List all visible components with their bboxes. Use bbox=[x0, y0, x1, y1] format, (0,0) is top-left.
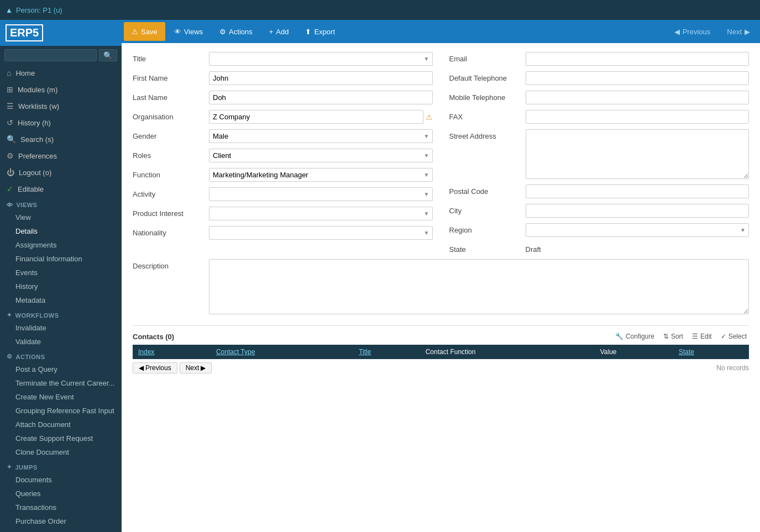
sidebar-view-events[interactable]: Events bbox=[0, 266, 122, 280]
contacts-section: Contacts (0) 🔧 Configure ⇅ Sort ☰ Edit bbox=[133, 325, 749, 377]
function-label: Function bbox=[133, 168, 205, 179]
email-input[interactable] bbox=[526, 52, 749, 66]
form-area: Title ▼ First Name bbox=[122, 43, 760, 532]
street-address-textarea[interactable] bbox=[526, 129, 749, 179]
organisation-warning-icon: ⚠ bbox=[426, 113, 433, 122]
sidebar-action-create-event[interactable]: Create New Event bbox=[0, 390, 122, 404]
col-state[interactable]: State bbox=[673, 345, 749, 359]
sidebar-item-preferences-label: Preferences bbox=[18, 152, 57, 160]
sidebar-view-view[interactable]: View bbox=[0, 210, 122, 224]
sidebar-action-attach-doc[interactable]: Attach Document bbox=[0, 418, 122, 431]
description-textarea[interactable] bbox=[209, 259, 749, 314]
select-button[interactable]: ✓ Select bbox=[719, 331, 749, 341]
sidebar-jump-purchase-packing[interactable]: Purchase Packing List bbox=[0, 528, 122, 532]
sidebar-wf-validate[interactable]: Validate bbox=[0, 335, 122, 349]
sidebar-item-editable[interactable]: ✓ Editable bbox=[0, 181, 122, 197]
gender-select[interactable]: Male Female bbox=[209, 129, 433, 143]
organisation-input[interactable] bbox=[209, 110, 423, 124]
sidebar-item-modules[interactable]: ⊞ Modules (m) bbox=[0, 81, 122, 98]
sort-button[interactable]: ⇅ Sort bbox=[661, 331, 685, 341]
toolbar: ⚠ Save 👁 Views ⚙ Actions + Add ⬆ Export … bbox=[122, 20, 760, 43]
next-button[interactable]: Next ▶ bbox=[719, 22, 758, 41]
firstname-label: First Name bbox=[133, 71, 205, 82]
product-interest-select[interactable] bbox=[209, 207, 433, 220]
sidebar-jump-purchase-order[interactable]: Purchase Order bbox=[0, 514, 122, 528]
sidebar-view-assignments[interactable]: Assignments bbox=[0, 238, 122, 252]
sidebar-item-home[interactable]: ⌂ Home bbox=[0, 65, 122, 81]
state-row: State Draft bbox=[449, 243, 749, 254]
sidebar-action-clone-doc[interactable]: Clone Document bbox=[0, 445, 122, 459]
contacts-actions: 🔧 Configure ⇅ Sort ☰ Edit ✓ bbox=[613, 331, 749, 341]
sidebar-action-create-support[interactable]: Create Support Request bbox=[0, 431, 122, 445]
search-input[interactable] bbox=[4, 49, 97, 61]
nationality-select[interactable] bbox=[209, 226, 433, 240]
sidebar-item-logout[interactable]: ⏻ Logout (o) bbox=[0, 164, 122, 181]
col-contact-type[interactable]: Contact Type bbox=[211, 345, 353, 359]
contacts-pagination: ◀ Previous Next ▶ No records bbox=[133, 359, 749, 377]
roles-select[interactable]: Client bbox=[209, 149, 433, 162]
sidebar-view-history[interactable]: History bbox=[0, 280, 122, 293]
organisation-label: Organisation bbox=[133, 110, 205, 121]
firstname-input[interactable] bbox=[209, 71, 433, 85]
fax-input[interactable] bbox=[526, 110, 749, 124]
jumps-icon: ✦ bbox=[7, 463, 12, 471]
activity-select[interactable] bbox=[209, 187, 433, 201]
function-select[interactable]: Marketing/Marketing Manager bbox=[209, 168, 433, 182]
city-label: City bbox=[449, 204, 521, 215]
sidebar-item-search[interactable]: 🔍 Search (s) bbox=[0, 131, 122, 148]
mobile-telephone-input[interactable] bbox=[526, 91, 749, 104]
firstname-row: First Name bbox=[133, 71, 433, 85]
organisation-wrap: ⚠ bbox=[209, 110, 433, 124]
title-select[interactable] bbox=[209, 52, 433, 66]
sidebar-view-financial[interactable]: Financial Information bbox=[0, 252, 122, 266]
nationality-select-wrap: ▼ bbox=[209, 226, 433, 240]
person-label: Person: P1 (u) bbox=[16, 6, 62, 14]
region-select[interactable] bbox=[526, 223, 749, 237]
col-title[interactable]: Title bbox=[353, 345, 420, 359]
sidebar-jump-queries[interactable]: Queries bbox=[0, 487, 122, 501]
previous-button[interactable]: ◀ Previous bbox=[667, 22, 719, 41]
default-telephone-label: Default Telephone bbox=[449, 71, 521, 82]
sidebar-wf-invalidate[interactable]: Invalidate bbox=[0, 321, 122, 335]
main-layout: ERP5 🔍 ⌂ Home ⊞ Modules (m) ☰ Worklists … bbox=[0, 20, 760, 532]
organisation-row: Organisation ⚠ bbox=[133, 110, 433, 124]
default-telephone-input[interactable] bbox=[526, 71, 749, 85]
nationality-label: Nationality bbox=[133, 226, 205, 237]
next-page-button[interactable]: Next ▶ bbox=[180, 362, 212, 373]
sort-icon: ⇅ bbox=[663, 333, 669, 340]
title-label: Title bbox=[133, 52, 205, 63]
col-contact-function[interactable]: Contact Function bbox=[420, 345, 595, 359]
sidebar-view-metadata[interactable]: Metadata bbox=[0, 293, 122, 307]
roles-label: Roles bbox=[133, 149, 205, 160]
actions-button[interactable]: ⚙ Actions bbox=[212, 22, 260, 41]
worklists-icon: ☰ bbox=[7, 102, 14, 110]
search-button[interactable]: 🔍 bbox=[99, 49, 117, 61]
city-input[interactable] bbox=[526, 204, 749, 218]
sidebar-item-worklists[interactable]: ☰ Worklists (w) bbox=[0, 98, 122, 114]
sidebar-item-history-nav[interactable]: ↺ History (h) bbox=[0, 114, 122, 131]
person-link[interactable]: Person: P1 (u) bbox=[16, 6, 62, 14]
sidebar-action-grouping-ref[interactable]: Grouping Reference Fast Input bbox=[0, 404, 122, 418]
col-value[interactable]: Value bbox=[595, 345, 673, 359]
sidebar-view-details[interactable]: Details bbox=[0, 224, 122, 238]
export-button[interactable]: ⬆ Export bbox=[297, 22, 343, 41]
col-index[interactable]: Index bbox=[133, 345, 211, 359]
views-section-header: 👁 VIEWS bbox=[0, 197, 122, 210]
previous-page-button[interactable]: ◀ Previous bbox=[133, 362, 177, 373]
pagination-buttons: ◀ Previous Next ▶ bbox=[133, 362, 212, 373]
lastname-input[interactable] bbox=[209, 91, 433, 104]
sidebar-jump-documents[interactable]: Documents bbox=[0, 473, 122, 487]
add-button[interactable]: + Add bbox=[261, 22, 297, 41]
views-button[interactable]: 👁 Views bbox=[166, 22, 211, 41]
save-button[interactable]: ⚠ Save bbox=[124, 22, 165, 41]
configure-button[interactable]: 🔧 Configure bbox=[613, 331, 657, 341]
sidebar-jump-transactions[interactable]: Transactions bbox=[0, 501, 122, 514]
sidebar-item-preferences[interactable]: ⚙ Preferences bbox=[0, 148, 122, 164]
sidebar-item-logout-label: Logout (o) bbox=[19, 168, 51, 177]
contacts-table: Index Contact Type Title Contact Functio… bbox=[133, 345, 749, 359]
postal-code-input[interactable] bbox=[526, 185, 749, 198]
sidebar-action-post-query[interactable]: Post a Query bbox=[0, 362, 122, 376]
sidebar-action-terminate-career[interactable]: Terminate the Current Career... bbox=[0, 376, 122, 390]
edit-contacts-button[interactable]: ☰ Edit bbox=[690, 331, 714, 341]
roles-select-wrap: Client ▼ bbox=[209, 149, 433, 162]
